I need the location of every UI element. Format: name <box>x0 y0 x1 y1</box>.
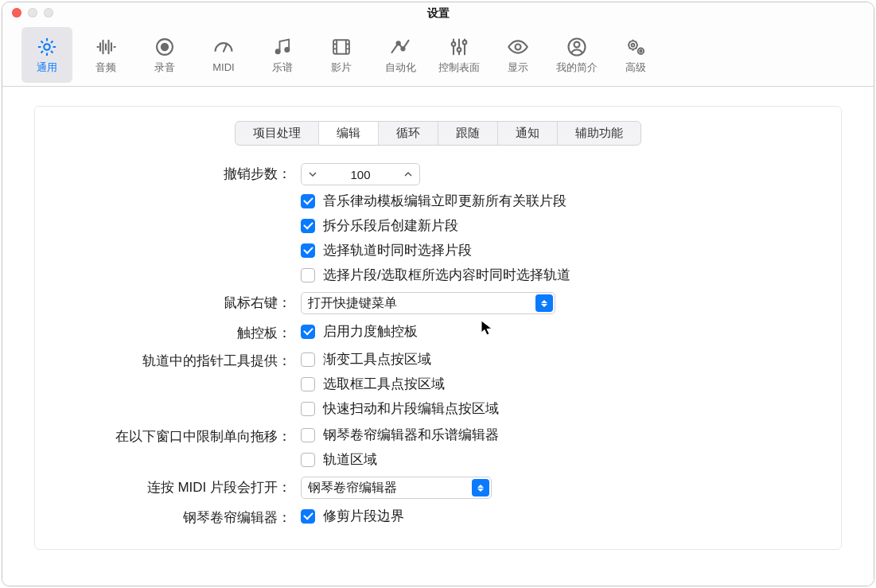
right-click-popup[interactable]: 打开快捷键菜单 <box>301 292 555 314</box>
segmented-tabs: 项目处理 编辑 循环 跟随 通知 辅助功能 <box>235 121 641 146</box>
toolbar-item-automation[interactable]: 自动化 <box>375 27 426 83</box>
cb-marquee-tool-click-zone[interactable] <box>301 377 315 391</box>
content-body: 项目处理 编辑 循环 跟随 通知 辅助功能 撤销步数： 100 <box>2 87 874 586</box>
toolbar: 通用 音频 录音 <box>2 25 874 87</box>
toolbar-item-score[interactable]: 乐谱 <box>257 27 308 83</box>
toolbar-label: 影片 <box>331 60 352 75</box>
tab-project-handling[interactable]: 项目处理 <box>236 122 319 145</box>
gears-icon <box>624 35 648 59</box>
segmented-tabs-wrap: 项目处理 编辑 循环 跟随 通知 辅助功能 <box>53 121 823 146</box>
svg-point-2 <box>162 43 168 49</box>
svg-point-16 <box>638 48 644 53</box>
cb-select-track-selects-region[interactable] <box>301 243 315 258</box>
cb-label: 快速扫动和片段编辑点按区域 <box>323 399 499 418</box>
cb-label: 拆分乐段后创建新片段 <box>323 216 458 235</box>
toolbar-label: 控制表面 <box>438 60 480 75</box>
toolbar-label: 通用 <box>37 60 57 75</box>
cb-trim-region-boundary[interactable] <box>301 509 315 524</box>
toolbar-label: 高级 <box>625 60 646 75</box>
double-click-midi-label: 连按 MIDI 片段会打开： <box>53 477 291 496</box>
cb-label: 选择轨道时同时选择片段 <box>323 241 472 259</box>
toolbar-item-advanced[interactable]: 高级 <box>610 27 661 83</box>
audio-wave-icon <box>94 35 118 59</box>
svg-point-9 <box>457 48 461 52</box>
stepper-increment[interactable] <box>397 164 419 185</box>
svg-point-8 <box>452 42 456 46</box>
content-panel: 项目处理 编辑 循环 跟随 通知 辅助功能 撤销步数： 100 <box>34 106 842 550</box>
chevron-up-down-icon <box>535 294 553 312</box>
music-notes-icon <box>271 35 294 59</box>
svg-point-17 <box>640 49 642 52</box>
svg-point-6 <box>397 41 400 45</box>
cb-limit-drag-tracks-area[interactable] <box>301 453 315 467</box>
toolbar-item-movie[interactable]: 影片 <box>316 27 367 83</box>
double-click-midi-popup[interactable]: 钢琴卷帘编辑器 <box>301 477 492 499</box>
chevron-up-down-icon <box>472 479 489 496</box>
minimize-window-button[interactable] <box>28 8 37 18</box>
film-icon <box>329 35 353 59</box>
tab-chase[interactable]: 跟随 <box>438 122 498 145</box>
toolbar-item-record[interactable]: 录音 <box>139 27 190 83</box>
double-click-midi-value: 钢琴卷帘编辑器 <box>302 480 472 496</box>
piano-roll-label: 钢琴卷帘编辑器： <box>53 507 291 527</box>
svg-point-0 <box>44 44 49 49</box>
tab-notifications[interactable]: 通知 <box>498 122 558 145</box>
toolbar-label: MIDI <box>212 61 234 73</box>
titlebar: 设置 <box>2 2 874 25</box>
svg-point-4 <box>285 47 289 51</box>
settings-form: 撤销步数： 100 音乐律动模板编辑立即更新所有关联片段 拆分乐段后创建新片段 … <box>53 163 823 527</box>
svg-rect-5 <box>333 40 349 54</box>
trackpad-label: 触控板： <box>53 322 291 342</box>
svg-point-15 <box>632 43 635 46</box>
toolbar-label: 乐谱 <box>272 60 293 75</box>
right-click-value: 打开快捷键菜单 <box>302 295 535 312</box>
svg-point-7 <box>401 47 404 50</box>
right-click-label: 鼠标右键： <box>53 292 291 312</box>
undo-steps-label: 撤销步数： <box>53 163 291 183</box>
toolbar-item-audio[interactable]: 音频 <box>80 27 131 83</box>
svg-point-10 <box>463 40 467 44</box>
toolbar-label: 音频 <box>95 60 116 75</box>
toolbar-item-general[interactable]: 通用 <box>21 27 72 83</box>
window-title: 设置 <box>427 6 450 21</box>
cb-split-create-new-region[interactable] <box>301 219 315 233</box>
cb-label: 选择片段/选取框所选内容时同时选择轨道 <box>323 266 570 284</box>
cb-limit-drag-pianoroll-score[interactable] <box>301 428 315 442</box>
tab-editing[interactable]: 编辑 <box>319 122 379 145</box>
tab-accessibility[interactable]: 辅助功能 <box>558 122 640 145</box>
pointer-tool-label: 轨道中的指针工具提供： <box>53 350 291 370</box>
cb-label: 轨道区域 <box>323 450 377 469</box>
svg-point-13 <box>574 41 580 47</box>
sliders-icon <box>447 35 471 59</box>
tab-cycle[interactable]: 循环 <box>379 122 438 145</box>
cb-label: 音乐律动模板编辑立即更新所有关联片段 <box>323 192 566 210</box>
automation-icon <box>388 35 412 59</box>
toolbar-label: 录音 <box>154 60 175 75</box>
gear-icon <box>35 35 59 59</box>
settings-window: 设置 通用 音频 <box>2 2 874 586</box>
midi-gauge-icon <box>212 36 236 60</box>
cb-label: 钢琴卷帘编辑器和乐谱编辑器 <box>323 426 499 444</box>
cb-groove-template-update[interactable] <box>301 194 315 208</box>
cb-force-touch-trackpad[interactable] <box>301 325 315 339</box>
traffic-lights <box>12 8 53 18</box>
cb-label: 选取框工具点按区域 <box>323 375 445 393</box>
cb-select-region-selects-track[interactable] <box>301 268 315 282</box>
record-icon <box>153 35 177 59</box>
svg-point-11 <box>516 44 521 49</box>
cb-label: 渐变工具点按区域 <box>323 350 431 368</box>
stepper-decrement[interactable] <box>302 164 324 185</box>
cb-fade-tool-click-zone[interactable] <box>301 352 315 367</box>
toolbar-item-display[interactable]: 显示 <box>493 27 543 83</box>
person-icon <box>565 35 589 59</box>
toolbar-item-midi[interactable]: MIDI <box>198 27 249 83</box>
toolbar-item-my-info[interactable]: 我的简介 <box>551 27 602 83</box>
toolbar-label: 自动化 <box>385 60 416 75</box>
toolbar-item-control-surfaces[interactable]: 控制表面 <box>434 27 485 83</box>
close-window-button[interactable] <box>12 8 21 18</box>
cb-quick-swipe-edit-zone[interactable] <box>301 402 315 416</box>
limit-drag-label: 在以下窗口中限制单向拖移： <box>53 426 291 446</box>
cb-label: 启用力度触控板 <box>323 322 418 341</box>
zoom-window-button[interactable] <box>44 8 53 18</box>
undo-steps-stepper[interactable]: 100 <box>301 163 420 185</box>
